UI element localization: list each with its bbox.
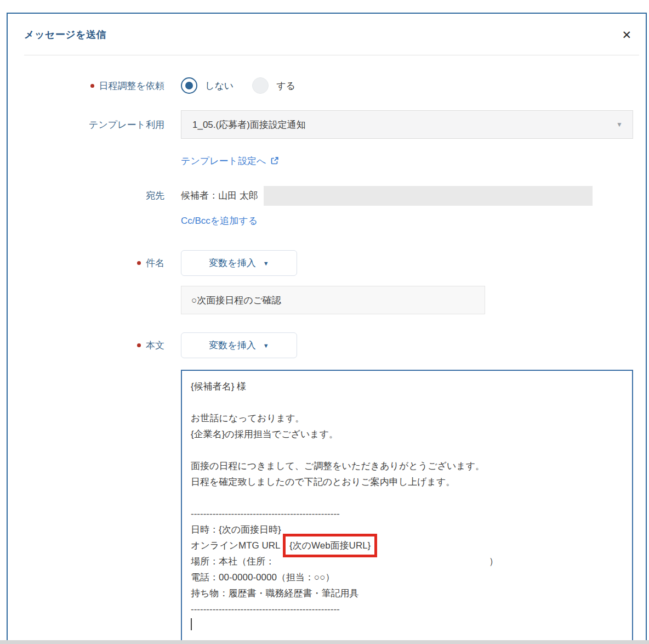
caret-down-icon: ▼ xyxy=(263,342,269,349)
template-settings-link-label: テンプレート設定へ xyxy=(181,155,266,167)
subject-label-wrap: 件名 xyxy=(8,257,164,269)
required-marker-icon xyxy=(90,84,94,88)
dialog-title: メッセージを送信 xyxy=(24,28,106,41)
close-icon[interactable]: ✕ xyxy=(622,29,631,41)
header-divider xyxy=(24,55,639,55)
schedule-request-row: 日程調整を依頼 しない する xyxy=(8,76,646,95)
body-line xyxy=(191,617,623,633)
body-line: お世話になっております。 xyxy=(191,410,623,426)
body-row: 本文 変数を挿入 ▼ xyxy=(8,332,646,358)
subject-insert-variable-button[interactable]: 変数を挿入 ▼ xyxy=(181,250,297,276)
body-label: 本文 xyxy=(146,339,164,352)
annotation-highlight-box: {次のWeb面接URL} xyxy=(289,540,371,551)
insert-variable-button-label: 変数を挿入 xyxy=(209,339,255,352)
body-line xyxy=(191,394,623,410)
radio-dot xyxy=(185,82,193,89)
template-select[interactable]: 1_05.(応募者)面接設定通知 ▼ xyxy=(181,110,633,139)
body-line: 面接の日程につきまして、ご調整をいただきありがとうございます。 xyxy=(191,458,623,474)
template-label-wrap: テンプレート利用 xyxy=(8,118,164,131)
subject-row: 件名 変数を挿入 ▼ xyxy=(8,250,646,276)
recipient-value: 候補者：山田 太郎 xyxy=(181,189,258,202)
radio-option-label: しない xyxy=(205,80,234,92)
recipient-row: 宛先 候補者：山田 太郎 xyxy=(8,185,646,206)
chevron-down-icon: ▼ xyxy=(616,121,623,128)
subject-input[interactable]: ○次面接日程のご確認 xyxy=(181,286,485,314)
schedule-request-label-wrap: 日程調整を依頼 xyxy=(8,80,164,92)
radio-selected-icon[interactable] xyxy=(181,77,197,94)
body-textarea[interactable]: {候補者名} 様 お世話になっております。{企業名}の採用担当でございます。 面… xyxy=(181,370,633,644)
template-settings-row: テンプレート設定へ xyxy=(8,154,646,167)
insert-variable-button-label: 変数を挿入 xyxy=(209,257,255,269)
radio-option-label: する xyxy=(276,80,295,92)
schedule-request-label: 日程調整を依頼 xyxy=(99,80,164,92)
dialog-header: メッセージを送信 ✕ xyxy=(8,14,646,41)
text-cursor xyxy=(191,618,192,630)
subject-value: ○次面接日程のご確認 xyxy=(191,294,281,307)
body-line: ----------------------------------------… xyxy=(191,601,623,617)
body-line xyxy=(191,442,623,458)
radio-unselected-icon[interactable] xyxy=(252,77,269,94)
external-link-icon xyxy=(270,156,279,165)
recipient-redacted-block xyxy=(264,186,593,206)
radio-option-shinai[interactable]: しない xyxy=(181,77,234,94)
body-line xyxy=(191,490,623,506)
body-line: 日時：{次の面接日時} xyxy=(191,522,623,538)
radio-option-suru[interactable]: する xyxy=(252,77,295,94)
template-row: テンプレート利用 1_05.(応募者)面接設定通知 ▼ xyxy=(8,110,646,139)
schedule-request-options: しない する xyxy=(181,77,633,94)
page: メッセージを送信 ✕ 日程調整を依頼 しない xyxy=(0,0,649,644)
ccbcc-row: Cc/Bccを追加する xyxy=(8,214,646,227)
body-line: {候補者名} 様 xyxy=(191,379,623,394)
body-insert-variable-button[interactable]: 変数を挿入 ▼ xyxy=(181,332,297,358)
bottom-edge-strip xyxy=(0,640,649,644)
body-line: 日程を確定致しましたので下記のとおりご案内申し上げます。 xyxy=(191,474,623,490)
template-label: テンプレート利用 xyxy=(89,118,164,131)
template-select-wrap: 1_05.(応募者)面接設定通知 ▼ xyxy=(181,110,633,139)
caret-down-icon: ▼ xyxy=(263,260,269,267)
body-line: ----------------------------------------… xyxy=(191,506,623,522)
body-textarea-row: {候補者名} 様 お世話になっております。{企業名}の採用担当でございます。 面… xyxy=(8,370,646,644)
recipient-label: 宛先 xyxy=(146,189,164,202)
body-line: オンラインMTG URL {次のWeb面接URL} xyxy=(191,538,623,553)
template-settings-link[interactable]: テンプレート設定へ xyxy=(181,155,279,167)
template-selected-value: 1_05.(応募者)面接設定通知 xyxy=(192,118,306,131)
body-line: 場所：本社（住所： ） xyxy=(191,553,623,569)
required-marker-icon xyxy=(137,261,141,265)
send-message-dialog: メッセージを送信 ✕ 日程調整を依頼 しない xyxy=(7,13,647,644)
subject-input-row: ○次面接日程のご確認 xyxy=(8,286,646,314)
recipient-label-wrap: 宛先 xyxy=(8,189,164,202)
body-label-wrap: 本文 xyxy=(8,339,164,352)
body-line: 持ち物：履歴書・職務経歴書・筆記用具 xyxy=(191,585,623,601)
add-ccbcc-link[interactable]: Cc/Bccを追加する xyxy=(181,214,258,227)
required-marker-icon xyxy=(137,343,141,347)
body-line: 電話：00-0000-0000（担当：○○） xyxy=(191,569,623,585)
body-line: {企業名}の採用担当でございます。 xyxy=(191,426,623,442)
subject-label: 件名 xyxy=(146,257,164,269)
